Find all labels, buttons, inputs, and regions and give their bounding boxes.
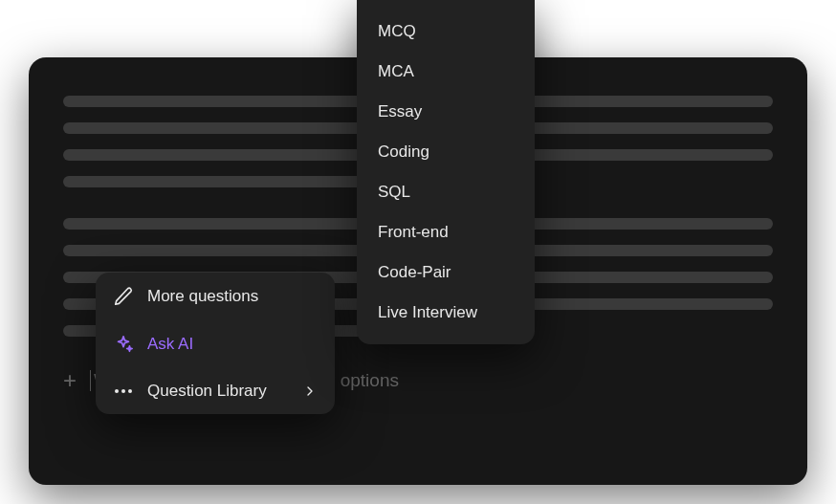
submenu-item-mcq[interactable]: MCQ [357,11,535,52]
popover-item-question-library[interactable]: Question Library [96,368,335,414]
pencil-icon [113,286,134,307]
chevron-right-icon [302,383,318,399]
submenu-item-mca[interactable]: MCA [357,52,535,92]
submenu-item-essay[interactable]: Essay [357,92,535,132]
popover-item-label: More questions [147,287,318,306]
sparkles-icon [113,334,134,355]
popover-item-more-questions[interactable]: More questions [96,273,335,320]
plus-icon[interactable]: + [63,367,77,394]
submenu-item-code-pair[interactable]: Code-Pair [357,252,535,293]
popover-item-label: Ask AI [147,335,318,354]
submenu-item-live-interview[interactable]: Live Interview [357,293,535,333]
submenu-item-front-end[interactable]: Front-end [357,212,535,252]
action-popover: More questions Ask AI Question Library [96,273,335,414]
submenu-item-sql[interactable]: SQL [357,172,535,212]
popover-item-label: Question Library [147,382,289,401]
popover-item-ask-ai[interactable]: Ask AI [96,320,335,368]
question-type-submenu: MCQ MCA Essay Coding SQL Front-end Code-… [357,0,535,344]
submenu-item-coding[interactable]: Coding [357,132,535,172]
dots-icon [113,389,134,393]
